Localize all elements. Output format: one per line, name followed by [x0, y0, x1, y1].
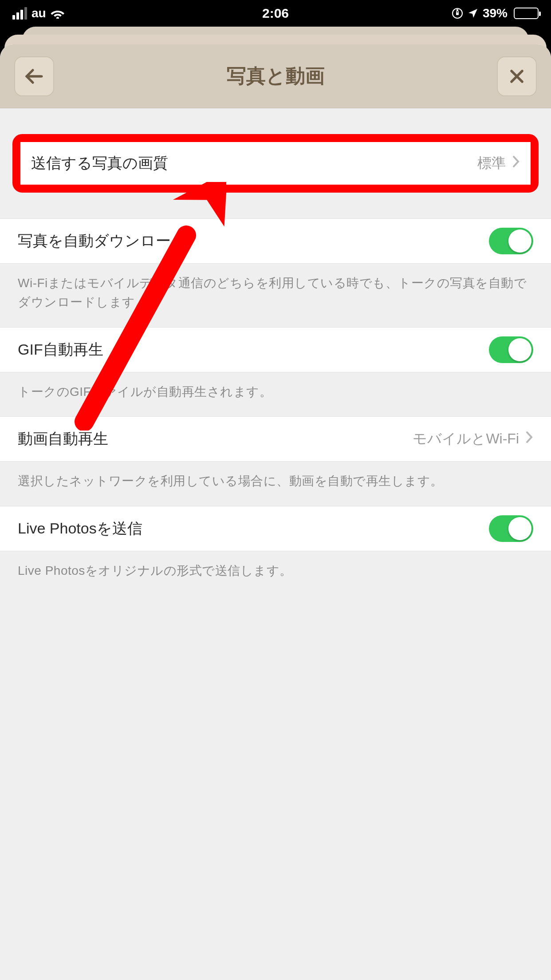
row-desc: Wi-Fiまたはモバイルデータ通信のどちらを利用している時でも、トークの写真を自… [0, 264, 551, 327]
chevron-right-icon [525, 431, 533, 447]
back-button[interactable] [14, 56, 54, 96]
svg-rect-1 [456, 12, 459, 15]
row-video-autoplay[interactable]: 動画自動再生 モバイルとWi-Fi [0, 416, 551, 462]
status-bar: au 2:06 39% [0, 0, 551, 27]
settings-sheet: 写真と動画 送信する写真の画質 標準 [0, 44, 551, 980]
row-label: 送信する写真の画質 [31, 153, 168, 174]
toggle-auto-download[interactable] [489, 228, 533, 254]
toggle-gif-autoplay[interactable] [489, 336, 533, 363]
row-live-photos[interactable]: Live Photosを送信 [0, 506, 551, 551]
row-label: 写真を自動ダウンロード [18, 231, 186, 251]
carrier-label: au [31, 6, 46, 20]
row-photo-quality[interactable]: 送信する写真の画質 標準 [20, 142, 531, 185]
settings-content: 送信する写真の画質 標準 写真を自動ダウンロード Wi-Fiまたはモバイルデータ… [0, 108, 551, 980]
wifi-icon [51, 8, 65, 19]
signal-icon [12, 7, 27, 20]
row-desc: Live Photosをオリジナルの形式で送信します。 [0, 551, 551, 595]
back-arrow-icon [24, 67, 44, 85]
highlight-box: 送信する写真の画質 標準 [12, 134, 539, 193]
close-icon [508, 67, 526, 85]
row-label: Live Photosを送信 [18, 518, 142, 539]
row-desc: 選択したネットワークを利用している場合に、動画を自動で再生します。 [0, 462, 551, 506]
row-gif-autoplay[interactable]: GIF自動再生 [0, 327, 551, 372]
row-value: モバイルとWi-Fi [413, 429, 519, 449]
status-left: au [12, 6, 65, 20]
row-label: 動画自動再生 [18, 429, 108, 449]
battery-icon [514, 8, 539, 19]
row-auto-download[interactable]: 写真を自動ダウンロード [0, 218, 551, 264]
location-icon [468, 8, 478, 19]
row-label: GIF自動再生 [18, 340, 103, 360]
battery-pct: 39% [483, 6, 508, 20]
chevron-right-icon [512, 155, 520, 172]
nav-bar: 写真と動画 [0, 44, 551, 108]
clock: 2:06 [262, 6, 289, 21]
rotation-lock-icon [452, 8, 463, 19]
page-title: 写真と動画 [227, 63, 325, 89]
toggle-live-photos[interactable] [489, 515, 533, 542]
row-value: 標準 [477, 154, 506, 173]
status-right: 39% [452, 6, 539, 20]
close-button[interactable] [497, 56, 537, 96]
row-desc: トークのGIFファイルが自動再生されます。 [0, 372, 551, 416]
